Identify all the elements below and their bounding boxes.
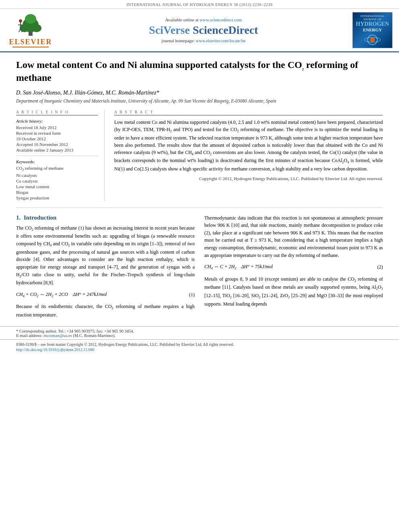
svg-point-5 bbox=[19, 19, 22, 23]
affiliation: Department of Inorganic Chemistry and Ma… bbox=[16, 99, 383, 103]
svg-line-8 bbox=[19, 28, 21, 32]
available-online-link[interactable]: www.sciencedirect.com bbox=[200, 17, 242, 22]
article-info-column: A R T I C L E I N F O Article history: R… bbox=[16, 110, 105, 201]
intro-para-2: Because of its endothermic character, th… bbox=[16, 303, 195, 318]
corr-author-email-link[interactable]: mcroman@ua.es bbox=[43, 333, 72, 338]
svg-point-3 bbox=[32, 24, 41, 32]
keyword-6: Syngas production bbox=[16, 195, 98, 200]
svg-point-11 bbox=[370, 37, 375, 42]
equation-2-number: (2) bbox=[377, 264, 383, 270]
intro-para-3: Thermodynamic data indicate that this re… bbox=[204, 214, 383, 259]
history-item-4: Accepted 16 November 2012 bbox=[16, 142, 98, 147]
sciverse-logo: SciVerse ScienceDirect bbox=[55, 24, 352, 37]
article-body: Low metal content Co and Ni alumina supp… bbox=[0, 52, 399, 326]
history-divider bbox=[16, 156, 98, 156]
footer-doi: http://dx.doi.org/10.1016/j.ijhydene.201… bbox=[16, 347, 383, 352]
info-abstract-section: A R T I C L E I N F O Article history: R… bbox=[16, 110, 383, 201]
keyword-2: Ni catalysts bbox=[16, 173, 98, 178]
elsevier-logo: ELSEVIER bbox=[6, 13, 55, 47]
main-divider bbox=[16, 207, 383, 208]
intro-para-1: The CO2 reforming of methane (1) has sho… bbox=[16, 224, 195, 287]
journal-url-link[interactable]: www.elsevier.com/locate/he bbox=[196, 38, 246, 43]
corresponding-author-note: * Corresponding author. Tel.: +34 965 90… bbox=[0, 326, 399, 339]
keyword-3: Co catalysts bbox=[16, 179, 98, 183]
cover-hydrogen-text: HYDROGEN bbox=[356, 21, 389, 27]
corr-author-tel: * Corresponding author. Tel.: +34 965 90… bbox=[16, 329, 383, 333]
copyright-text: Copyright © 2012, Hydrogen Energy Public… bbox=[114, 176, 383, 182]
elsevier-wordmark: ELSEVIER bbox=[9, 38, 52, 46]
journal-cover: INTERNATIONAL JOURNAL OF HYDROGEN ENERGY bbox=[352, 12, 393, 48]
equation-2-formula: CH4 ↔ C + 2H2 ΔH° = 75kJ/mol bbox=[204, 264, 273, 270]
cover-graphic-icon bbox=[360, 34, 385, 46]
svg-point-4 bbox=[25, 14, 36, 24]
equation-2: CH4 ↔ C + 2H2 ΔH° = 75kJ/mol (2) bbox=[204, 262, 383, 272]
intro-para-4: Metals of groups 8, 9 and 10 (except osm… bbox=[204, 275, 383, 308]
footer-doi-link[interactable]: http://dx.doi.org/10.1016/j.ijhydene.201… bbox=[16, 347, 95, 352]
cover-energy-text: ENERGY bbox=[363, 27, 382, 32]
journal-header-text: INTERNATIONAL JOURNAL OF HYDROGEN ENERGY… bbox=[126, 2, 272, 7]
keyword-4: Low metal content bbox=[16, 184, 98, 189]
corr-author-email-suffix: (M.C. Román-Martínez). bbox=[73, 333, 115, 338]
footer-issn: 0360-3199/$ – see front matter Copyright… bbox=[16, 342, 383, 347]
intro-heading: 1. Introduction bbox=[16, 214, 195, 221]
keywords-label: Keywords: bbox=[16, 159, 98, 164]
corr-author-email: E-mail address: mcroman@ua.es (M.C. Romá… bbox=[16, 333, 383, 338]
history-item-3: 19 October 2012 bbox=[16, 136, 98, 141]
history-item-2: Received in revised form bbox=[16, 131, 98, 136]
sciverse-center: Available online at www.sciencedirect.co… bbox=[55, 17, 352, 43]
section-number: 1. bbox=[16, 214, 21, 221]
keyword-1: CO2 reforming of methane bbox=[16, 166, 98, 172]
page-footer: 0360-3199/$ – see front matter Copyright… bbox=[0, 339, 399, 354]
publisher-bar: ELSEVIER Available online at www.science… bbox=[0, 9, 399, 52]
equation-1: CH4 + CO2 ↔ 2H2 + 2CO ΔH° = 247kJ/mol (1… bbox=[16, 290, 195, 300]
intro-right-column: Thermodynamic data indicate that this re… bbox=[204, 214, 383, 322]
abstract-column: A B S T R A C T Low metal content Co and… bbox=[114, 110, 383, 201]
equation-1-number: (1) bbox=[189, 292, 195, 298]
available-online-text: Available online at www.sciencedirect.co… bbox=[55, 17, 352, 22]
history-item-1: Received 18 July 2012 bbox=[16, 125, 98, 130]
journal-homepage: journal homepage: www.elsevier.com/locat… bbox=[55, 38, 352, 43]
journal-header: INTERNATIONAL JOURNAL OF HYDROGEN ENERGY… bbox=[0, 0, 399, 9]
authors: D. San José-Alonso, M.J. Illán-Gómez, M.… bbox=[16, 90, 383, 96]
history-label: Article history: bbox=[16, 119, 98, 123]
abstract-text: Low metal content Co and Ni alumina supp… bbox=[114, 119, 383, 172]
equation-1-formula: CH4 + CO2 ↔ 2H2 + 2CO ΔH° = 247kJ/mol bbox=[16, 292, 107, 298]
keyword-5: Biogas bbox=[16, 190, 98, 195]
elsevier-tree-icon bbox=[12, 13, 49, 37]
article-info-label: A R T I C L E I N F O bbox=[16, 110, 98, 115]
abstract-label: A B S T R A C T bbox=[114, 110, 383, 115]
article-title: Low metal content Co and Ni alumina supp… bbox=[16, 59, 383, 84]
elsevier-underline bbox=[12, 47, 49, 47]
intro-left-column: 1. Introduction The CO2 reforming of met… bbox=[16, 214, 195, 322]
page-wrapper: INTERNATIONAL JOURNAL OF HYDROGEN ENERGY… bbox=[0, 0, 399, 354]
introduction-section: 1. Introduction The CO2 reforming of met… bbox=[16, 214, 383, 322]
cover-intl-text: INTERNATIONAL JOURNAL OF bbox=[354, 14, 391, 21]
section-title: Introduction bbox=[24, 214, 56, 221]
history-item-5: Available online 2 January 2013 bbox=[16, 148, 98, 152]
